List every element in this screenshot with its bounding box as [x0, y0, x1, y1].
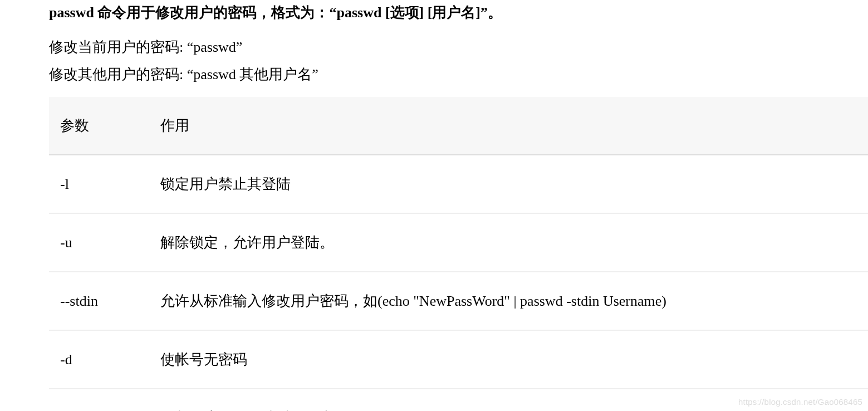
cell-param: -e [49, 389, 149, 411]
cell-param: --stdin [49, 272, 149, 330]
table-row: -l 锁定用户禁止其登陆 [49, 155, 868, 213]
cell-desc: 使帐号无密码 [149, 330, 868, 389]
cell-param: -d [49, 330, 149, 389]
header-param: 参数 [49, 97, 149, 155]
watermark-text: https://blog.csdn.net/Gao068465 [738, 397, 862, 407]
cell-param: -l [49, 155, 149, 213]
params-table: 参数 作用 -l 锁定用户禁止其登陆 -u 解除锁定，允许用户登陆。 --std… [49, 97, 868, 411]
params-table-wrapper: 参数 作用 -l 锁定用户禁止其登陆 -u 解除锁定，允许用户登陆。 --std… [49, 97, 868, 411]
table-row: -d 使帐号无密码 [49, 330, 868, 389]
command-heading: passwd 命令用于修改用户的密码，格式为：“passwd [选项] [用户名… [49, 1, 868, 25]
cell-param: -u [49, 213, 149, 272]
table-row: -u 解除锁定，允许用户登陆。 [49, 213, 868, 272]
table-header-row: 参数 作用 [49, 97, 868, 155]
document-content: passwd 命令用于修改用户的密码，格式为：“passwd [选项] [用户名… [0, 0, 868, 411]
cell-desc: 锁定用户禁止其登陆 [149, 155, 868, 213]
cell-desc: 允许从标准输入修改用户密码，如(echo "NewPassWord" | pas… [149, 272, 868, 330]
table-row: --stdin 允许从标准输入修改用户密码，如(echo "NewPassWor… [49, 272, 868, 330]
header-desc: 作用 [149, 97, 868, 155]
usage-line-2: 修改其他用户的密码: “passwd 其他用户名” [49, 61, 868, 88]
cell-desc: 解除锁定，允许用户登陆。 [149, 213, 868, 272]
usage-line-1: 修改当前用户的密码: “passwd” [49, 33, 868, 61]
